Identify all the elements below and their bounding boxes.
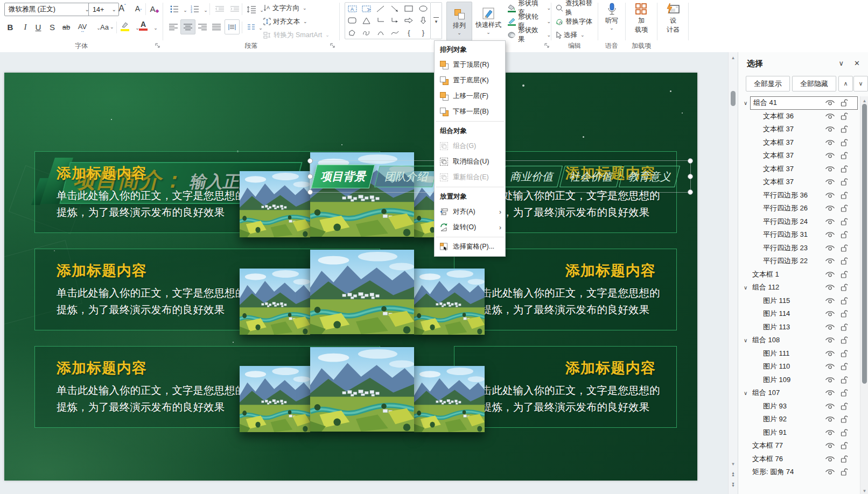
pane-scroll-down-icon[interactable]: ▼ <box>860 486 868 494</box>
landscape-photo[interactable] <box>414 269 485 335</box>
line-shape-icon[interactable] <box>374 3 388 15</box>
unlock-icon[interactable] <box>841 244 848 252</box>
elbow-connector-icon[interactable] <box>374 15 388 26</box>
selection-item-label[interactable]: 组合 108 <box>752 335 780 345</box>
selection-item-label[interactable]: 文本框 37 <box>763 138 794 147</box>
selection-item-label[interactable]: 文本框 1 <box>752 270 779 279</box>
selection-item-label[interactable]: 文本框 36 <box>763 111 794 121</box>
selection-item-label[interactable]: 图片 92 <box>763 414 787 424</box>
landscape-photo[interactable] <box>240 269 310 335</box>
align-left-button[interactable] <box>167 20 179 33</box>
rectangle-shape-icon[interactable] <box>402 3 416 15</box>
selection-pane-item[interactable]: ∨组合 112 <box>738 281 860 294</box>
unlock-icon[interactable] <box>841 283 848 292</box>
arrange-button[interactable]: 排列 ⌄ <box>446 2 472 41</box>
visibility-eye-icon[interactable] <box>825 350 835 357</box>
selection-item-label[interactable]: 图片 115 <box>763 296 790 306</box>
unlock-icon[interactable] <box>841 191 848 200</box>
align-right-button[interactable] <box>197 20 208 33</box>
visibility-eye-icon[interactable] <box>825 204 835 212</box>
unlock-icon[interactable] <box>841 125 848 133</box>
menu-item-bring-to-front[interactable]: 置于顶层(R) <box>435 57 505 73</box>
grow-font-button[interactable]: Aˆ <box>116 2 128 15</box>
chevron-expanded-icon[interactable]: ∨ <box>744 285 747 291</box>
scribble-shape-icon[interactable] <box>359 27 373 39</box>
canvas-scrollbar[interactable]: ▲ ▼ ▲▲ ▼▼ <box>728 52 738 494</box>
visibility-eye-icon[interactable] <box>825 323 835 331</box>
selection-item-label[interactable]: 文本框 37 <box>763 177 794 187</box>
chevron-down-icon[interactable]: ⌄ <box>110 6 116 12</box>
visibility-eye-icon[interactable] <box>825 403 835 410</box>
shape-effects-button[interactable]: 形状效果⌄ <box>508 29 551 41</box>
selection-pane-item[interactable]: 图片 114 <box>738 307 860 321</box>
unlock-icon[interactable] <box>841 402 848 411</box>
designer-button[interactable]: 设 计器 <box>662 2 684 34</box>
visibility-eye-icon[interactable] <box>825 455 835 463</box>
selection-pane-item[interactable]: 平行四边形 23 <box>738 242 860 255</box>
unlock-icon[interactable] <box>841 217 848 226</box>
selection-handle[interactable] <box>688 158 693 164</box>
selection-item-label[interactable]: 组合 112 <box>752 283 779 292</box>
selection-handle[interactable] <box>307 189 313 195</box>
textbox-shape-icon[interactable]: A <box>345 3 359 15</box>
selection-pane-item[interactable]: 图片 91 <box>738 426 860 440</box>
shape-gallery-more-button[interactable]: ▾ <box>431 2 442 39</box>
unlock-icon[interactable] <box>841 468 848 476</box>
chevron-expanded-icon[interactable]: ∨ <box>744 337 747 343</box>
selection-item-label[interactable]: 平行四边形 23 <box>763 243 808 253</box>
drawing-dialog-launcher-icon[interactable] <box>544 43 551 50</box>
selection-pane-item[interactable]: 图片 92 <box>738 413 860 426</box>
font-name-combobox[interactable]: 微软雅黑 (正文) ⌄ <box>4 3 92 16</box>
right-arrow-shape-icon[interactable] <box>402 15 416 26</box>
unlock-icon[interactable] <box>841 336 848 344</box>
selection-item-label[interactable]: 图片 109 <box>763 375 790 385</box>
clear-formatting-button[interactable]: A◆ <box>149 2 160 15</box>
visibility-eye-icon[interactable] <box>825 152 835 159</box>
unlock-icon[interactable] <box>841 165 848 173</box>
next-slide-button[interactable]: ▼▼ <box>729 481 738 489</box>
text-shadow-button[interactable]: S <box>46 20 58 33</box>
chevron-expanded-icon[interactable]: ∨ <box>744 390 747 396</box>
selection-pane-item[interactable]: 图片 93 <box>738 400 860 413</box>
strikethrough-button[interactable]: ab <box>60 20 72 33</box>
selection-item-label[interactable]: 文本框 37 <box>763 164 794 174</box>
visibility-eye-icon[interactable] <box>825 257 835 265</box>
selection-handle[interactable] <box>307 174 313 179</box>
chevron-expanded-icon[interactable]: ∨ <box>744 100 747 106</box>
unlock-icon[interactable] <box>841 376 848 384</box>
hide-all-button[interactable]: 全部隐藏 <box>792 76 836 91</box>
selection-item-label[interactable]: 图片 110 <box>763 362 790 371</box>
text-direction-button[interactable]: A 文字方向⌄ <box>263 2 307 14</box>
move-up-button[interactable]: ∧ <box>838 76 853 91</box>
selection-handle[interactable] <box>307 158 313 164</box>
unlock-icon[interactable] <box>841 297 848 305</box>
selection-pane-item[interactable]: 平行四边形 31 <box>738 228 860 242</box>
menu-item-align[interactable]: 对齐(A)› <box>435 204 505 220</box>
menu-item-rotate[interactable]: 旋转(O)› <box>435 220 505 235</box>
pane-scrollbar[interactable]: ▲ ▼ <box>860 96 868 494</box>
content-card-right[interactable]: 添加标题内容单击此处输入你的正文，文字是您思想的提炼，为了最终演示发布的良好效果 <box>454 249 677 330</box>
selection-pane-item[interactable]: 图片 109 <box>738 373 860 387</box>
unlock-icon[interactable] <box>841 270 848 279</box>
visibility-eye-icon[interactable] <box>825 363 835 370</box>
font-dialog-launcher-icon[interactable] <box>155 43 162 50</box>
selection-pane-item[interactable]: 文本框 76 <box>738 453 860 466</box>
selection-item-label[interactable]: 图片 111 <box>763 349 789 358</box>
selection-pane-item[interactable]: 平行四边形 24 <box>738 215 860 229</box>
landscape-photo[interactable] <box>240 171 310 237</box>
selection-item-label[interactable]: 文本框 77 <box>752 441 783 450</box>
visibility-eye-icon[interactable] <box>825 336 835 344</box>
selection-item-label[interactable]: 平行四边形 36 <box>763 190 808 200</box>
shrink-font-button[interactable]: Aˇ <box>132 2 144 15</box>
visibility-eye-icon[interactable] <box>825 112 835 120</box>
visibility-eye-icon[interactable] <box>825 468 835 476</box>
selection-item-label[interactable]: 文本框 37 <box>763 151 794 160</box>
selection-pane-item[interactable]: ∨组合 108 <box>738 334 860 347</box>
pane-scrollbar-thumb[interactable] <box>862 104 867 384</box>
selection-pane-item[interactable]: 文本框 37 <box>738 163 860 176</box>
selection-item-label[interactable]: 文本框 76 <box>752 454 783 464</box>
canvas-scrollbar-thumb[interactable] <box>731 91 736 106</box>
landscape-photo[interactable] <box>240 366 310 432</box>
unlock-icon[interactable] <box>841 455 848 463</box>
increase-indent-button[interactable] <box>229 3 241 16</box>
